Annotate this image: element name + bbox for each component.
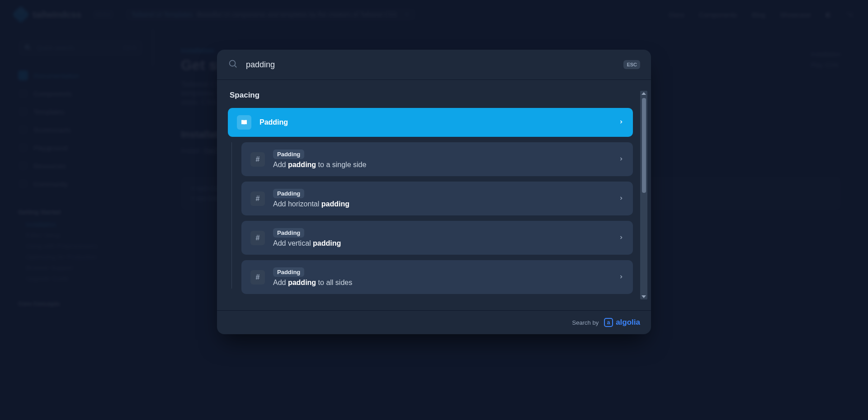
scrollbar-thumb[interactable] [642, 98, 646, 193]
search-results: Spacing Padding # P [217, 79, 651, 310]
results-scrollbar[interactable] [640, 91, 647, 299]
search-by-label: Search by [572, 319, 599, 326]
result-group-label: Spacing [230, 91, 633, 100]
chevron-right-icon [618, 273, 624, 281]
modal-overlay[interactable]: ESC Spacing Padding # [0, 0, 868, 420]
search-hit-padding[interactable]: Padding [228, 108, 633, 137]
hit-description: Add horizontal padding [273, 200, 349, 208]
hit-description: Add padding to a single side [273, 161, 366, 169]
book-open-icon [237, 115, 251, 130]
search-modal-footer: Search by a algolia [217, 310, 651, 334]
hit-badge: Padding [273, 228, 304, 238]
search-hit-single-side[interactable]: # Padding Add padding to a single side [241, 142, 633, 176]
search-hit-horizontal[interactable]: # Padding Add horizontal padding [241, 182, 633, 215]
search-modal: ESC Spacing Padding # [217, 50, 651, 334]
hit-description: Add padding to all sides [273, 279, 352, 287]
hit-description: Add vertical padding [273, 239, 341, 247]
search-hit-all-sides[interactable]: # Padding Add padding to all sides [241, 260, 633, 294]
scroll-down-icon[interactable] [642, 295, 646, 298]
hash-icon: # [250, 152, 265, 167]
search-hit-vertical[interactable]: # Padding Add vertical padding [241, 221, 633, 255]
svg-line-1 [235, 65, 236, 67]
hash-icon: # [250, 231, 265, 245]
chevron-right-icon [618, 195, 624, 203]
hit-badge: Padding [273, 149, 304, 159]
scroll-up-icon[interactable] [642, 92, 646, 95]
algolia-mark-icon: a [604, 318, 613, 327]
search-input[interactable] [246, 60, 615, 70]
svg-point-0 [230, 61, 236, 66]
chevron-right-icon [618, 234, 624, 242]
chevron-right-icon [618, 155, 624, 163]
search-modal-header: ESC [217, 50, 651, 79]
escape-key[interactable]: ESC [623, 60, 640, 69]
algolia-logo[interactable]: a algolia [604, 318, 640, 327]
algolia-wordmark: algolia [616, 318, 640, 327]
hash-icon: # [250, 270, 265, 285]
search-icon [228, 59, 238, 70]
chevron-right-icon [618, 118, 624, 126]
hash-icon: # [250, 191, 265, 206]
hit-badge: Padding [273, 267, 304, 277]
hit-badge: Padding [273, 189, 304, 198]
hit-title: Padding [259, 118, 288, 126]
